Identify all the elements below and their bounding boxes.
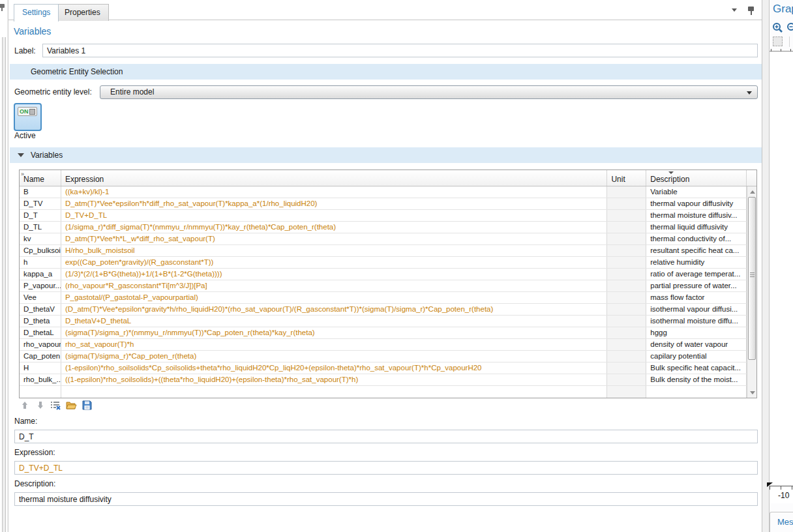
cell-expression[interactable]: (1/sigma_r)*diff_sigma(T)*(nmmyu_r/nmmyu… [61,222,607,233]
column-header-unit[interactable]: Unit [607,170,646,186]
cell-name[interactable]: Cp_bulksoil [20,245,61,256]
cell-description[interactable]: thermal vapour diffusivity [646,198,747,209]
cell-description[interactable]: mass flow factor [646,292,747,303]
cell-unit[interactable] [607,269,646,280]
table-row[interactable]: hexp((Cap_poten*gravity)/(R_gasconstant*… [20,257,756,269]
cell-expression[interactable]: H/rho_bulk_moistsoil [61,245,607,256]
table-row[interactable]: P_vapour...(rho_vapour*R_gasconstant*Ti[… [20,280,756,292]
cell-unit[interactable] [607,280,646,291]
cell-expression[interactable]: (sigma(T)/sigma_r)*Cap_poten_r(theta) [61,351,607,362]
cell-description[interactable]: Variable [646,186,747,198]
table-row[interactable]: rho_bulk_...((1-epsilon)*rho_soilsolids)… [20,374,756,386]
cell-description[interactable]: isothermal moisture diffu... [646,316,747,327]
table-row[interactable]: D_thetaD_thetaV+D_thetaLisothermal moist… [20,316,756,327]
cell-expression[interactable]: D_atm(T)*Vee*h*L_w*diff_rho_sat_vapour(T… [61,233,607,244]
cell-description[interactable]: relative humidity [646,257,747,268]
pin-icon[interactable] [0,3,7,12]
cell-name[interactable]: kappa_a [20,269,61,280]
cell-expression[interactable]: D_atm(T)*Vee*epsilon*h*diff_rho_sat_vapo… [61,198,607,209]
cell-expression[interactable]: exp((Cap_poten*gravity)/(R_gasconstant*T… [61,257,607,268]
cell-description[interactable]: ratio of average temperat... [646,269,747,280]
table-row[interactable]: D_thetaV(D_atm(T)*Vee*epsilon*gravity*h/… [20,304,756,316]
move-columns-icon[interactable]: » [21,171,23,177]
cell-unit[interactable] [607,257,646,268]
pin-icon[interactable] [748,7,754,15]
cell-expression[interactable]: (D_atm(T)*Vee*epsilon*gravity*h/rho_liqu… [61,304,607,315]
cell-description[interactable]: thermal conductivity of... [646,233,747,244]
cell-unit[interactable] [607,186,646,198]
cell-name[interactable]: D_theta [20,316,61,327]
zoom-in-icon[interactable] [772,22,783,33]
cell-unit[interactable] [607,198,646,209]
cell-description[interactable]: thermal liquid diffusivity [646,222,747,233]
cell-unit[interactable] [607,374,646,385]
cell-description[interactable] [646,386,747,398]
cell-unit[interactable] [607,292,646,303]
table-row[interactable]: D_thetaL(sigma(T)/sigma_r)*(nmmyu_r/nmmy… [20,327,756,339]
expression-input[interactable] [14,461,758,475]
cell-unit[interactable] [607,386,646,398]
table-row[interactable]: D_TD_TV+D_TLthermal moisture diffusiv... [20,210,756,222]
cell-name[interactable]: D_thetaL [20,327,61,338]
panel-menu-chevron-icon[interactable] [732,8,737,12]
cell-expression[interactable]: P_gastotal/(P_gastotal-P_vapourpartial) [61,292,607,303]
geometric-entity-level-select[interactable]: Entire model [100,85,758,99]
cell-name[interactable]: Cap_poten [20,351,61,362]
cell-description[interactable]: hggg [646,327,747,338]
cell-description[interactable]: partial pressure of water... [646,280,747,291]
scroll-down-button[interactable] [748,388,756,397]
cell-description[interactable]: Bulk specific heat capacit... [646,362,747,374]
variables-section-header[interactable]: Variables [10,147,762,163]
table-row[interactable]: D_TVD_atm(T)*Vee*epsilon*h*diff_rho_sat_… [20,198,756,210]
cell-expression[interactable]: ((1-epsilon)*rho_soilsolids)+((theta*rho… [61,374,607,385]
cell-name[interactable]: D_T [20,210,61,221]
label-input[interactable] [42,44,758,57]
cell-unit[interactable] [607,222,646,233]
cell-name[interactable]: D_TV [20,198,61,209]
geometric-entity-selection-header[interactable]: Geometric Entity Selection [10,64,762,80]
name-input[interactable] [14,430,758,443]
cell-expression[interactable]: (1/3)*(2/(1+B*G(theta))+1/(1+B*(1-2*G(th… [61,269,607,280]
cell-description[interactable]: resultant specific heat ca... [646,245,747,256]
table-row[interactable] [20,386,756,398]
cell-expression[interactable]: ((ka+kv)/kl)-1 [61,186,607,198]
cell-name[interactable]: rho_bulk_... [20,374,61,385]
tab-properties[interactable]: Properties [56,4,109,21]
move-down-button[interactable] [35,400,46,411]
active-toggle-button[interactable]: ON [14,103,42,131]
cell-description[interactable]: capilary potential [646,351,747,362]
cell-description[interactable]: Bulk density of the moist... [646,374,747,385]
cell-unit[interactable] [607,245,646,256]
cell-unit[interactable] [607,351,646,362]
tab-settings[interactable]: Settings [14,4,59,22]
scroll-up-button[interactable] [748,187,756,196]
move-up-button[interactable] [19,400,30,411]
panel-divider[interactable] [2,37,6,532]
table-row[interactable]: rho_vapourrho_sat_vapour(T)*hdensity of … [20,339,756,351]
cell-unit[interactable] [607,233,646,244]
table-row[interactable]: H(1-epsilon)*rho_soilsolids*Cp_soilsolid… [20,362,756,374]
save-to-file-button[interactable] [82,400,93,411]
cell-unit[interactable] [607,316,646,327]
column-header-expression[interactable]: Expression [61,170,607,186]
zoom-out-icon[interactable] [786,22,793,33]
cell-expression[interactable]: rho_sat_vapour(T)*h [61,339,607,350]
load-from-file-button[interactable] [66,400,77,411]
table-row[interactable]: Cp_bulksoilH/rho_bulk_moistsoilresultant… [20,245,756,257]
column-header-description[interactable]: Description [646,170,747,186]
cell-unit[interactable] [607,327,646,338]
column-header-name[interactable]: » Name [20,170,61,186]
table-row[interactable]: B((ka+kv)/kl)-1Variable [20,186,756,198]
cell-name[interactable]: kv [20,233,61,244]
cell-expression[interactable]: D_thetaV+D_thetaL [61,316,607,327]
cell-expression[interactable]: D_TV+D_TL [61,210,607,221]
cell-expression[interactable]: (1-epsilon)*rho_soilsolids*Cp_soilsolids… [61,362,607,374]
clear-table-button[interactable] [50,400,61,411]
graphics-canvas[interactable]: -10 [770,52,793,503]
cell-unit[interactable] [607,362,646,374]
table-scrollbar[interactable] [747,186,756,398]
table-row[interactable]: kappa_a(1/3)*(2/(1+B*G(theta))+1/(1+B*(1… [20,269,756,280]
cell-name[interactable]: H [20,362,61,374]
cell-name[interactable]: P_vapour... [20,280,61,291]
table-row[interactable]: kvD_atm(T)*Vee*h*L_w*diff_rho_sat_vapour… [20,233,756,245]
